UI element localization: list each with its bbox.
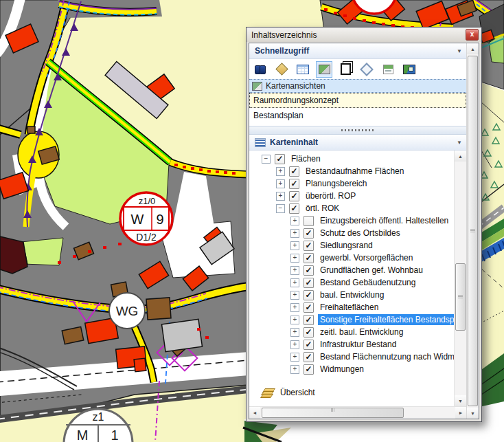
tree-scrollbar-track[interactable] [455, 162, 466, 395]
expander-icon[interactable]: + [290, 266, 299, 275]
expander-icon[interactable]: + [290, 217, 299, 225]
scrollbar-thumb[interactable] [455, 263, 466, 331]
layer-checkbox[interactable]: ✓ [303, 241, 314, 251]
tree-item[interactable]: +✓Siedlungsrand [249, 239, 454, 252]
layer-checkbox[interactable]: ✓ [303, 290, 314, 300]
panel-scrollbar[interactable]: ▲ ▼ [466, 43, 479, 419]
tree-item-label[interactable]: zeitl. baul. Entwicklung [318, 327, 405, 338]
expander-icon[interactable]: + [290, 328, 299, 337]
expander-icon[interactable]: + [290, 254, 299, 263]
map-view-item[interactable]: Raumordnungskonzept [249, 93, 466, 108]
tree-item[interactable]: +Einzugsbereich öffentl. Haltestellen [249, 214, 454, 227]
layer-checkbox[interactable]: ✓ [289, 166, 299, 177]
expander-icon[interactable]: + [290, 291, 299, 300]
find-binoculars-icon[interactable] [252, 61, 268, 78]
tree-item[interactable]: +✓gewerbl. Vorsorgeflächen [249, 252, 454, 264]
overview-item[interactable]: Übersicht [249, 386, 454, 399]
tree-item-label[interactable]: Freihalteflächen [318, 302, 380, 313]
layer-checkbox[interactable] [303, 216, 314, 226]
expander-icon[interactable]: + [290, 353, 299, 362]
tree-item-label[interactable]: Widmungen [318, 364, 366, 375]
tree-scrollbar[interactable]: ▲ ▼ [454, 151, 466, 406]
tree-item-label[interactable]: örtl. ROK [303, 203, 341, 214]
panel-scrollbar-track[interactable] [467, 54, 479, 408]
tree-item[interactable]: −✓Flächen [249, 153, 454, 165]
tree-item-label[interactable]: Schutz des Ortsbildes [318, 228, 402, 239]
tree-item[interactable]: +✓Sonstige Freihalteflächen Bestandspla [249, 313, 454, 326]
layer-checkbox[interactable]: ✓ [303, 265, 314, 276]
tree-item-label[interactable]: Siedlungsrand [318, 240, 375, 251]
expander-icon[interactable]: + [290, 340, 299, 349]
layer-checkbox[interactable]: ✓ [275, 154, 285, 164]
tree-item[interactable]: +✓überörtl. ROP [249, 190, 454, 202]
layer-checkbox[interactable]: ✓ [303, 315, 314, 325]
scroll-up-icon[interactable]: ▲ [467, 43, 479, 54]
layer-checkbox[interactable]: ✓ [303, 228, 314, 239]
tree-item[interactable]: +✓Infrastruktur Bestand [249, 338, 454, 351]
scroll-down-icon[interactable]: ▼ [455, 395, 466, 406]
scroll-up-icon[interactable]: ▲ [455, 151, 466, 162]
copy-page-icon[interactable] [337, 61, 354, 78]
map-window-icon[interactable] [401, 61, 417, 78]
polygon-icon[interactable] [358, 61, 375, 78]
expander-icon[interactable]: + [290, 303, 299, 312]
tree-item[interactable]: +✓Freihalteflächen [249, 301, 454, 313]
layer-checkbox[interactable]: ✓ [303, 327, 314, 338]
legend-icon[interactable] [380, 61, 396, 78]
horizontal-scrollbar[interactable]: ◄ ► [249, 406, 466, 419]
close-button[interactable]: x [466, 29, 479, 41]
expander-icon[interactable]: + [290, 278, 299, 287]
tree-item[interactable]: +✓Schutz des Ortsbildes [249, 227, 454, 239]
layer-checkbox[interactable]: ✓ [303, 352, 314, 362]
horizontal-scrollbar-track[interactable] [260, 407, 455, 419]
tree-item-label[interactable]: Bestandaufnahme Flächen [303, 166, 406, 177]
tree-item[interactable]: +✓Bestand Gebäudenutzung [249, 276, 454, 289]
tree-item[interactable]: +✓baul. Entwicklung [249, 289, 454, 301]
tree-item[interactable]: +✓Planungsbereich [249, 177, 454, 190]
layer-checkbox[interactable]: ✓ [303, 364, 314, 375]
section-header-schnellzugriff[interactable]: Schnellzugriff ▼ [249, 43, 466, 59]
tree-item-label[interactable]: gewerbl. Vorsorgeflächen [318, 252, 415, 263]
chevron-down-icon[interactable]: ▼ [457, 140, 462, 146]
tree-item-label[interactable]: Grundflächen gef. Wohnbau [318, 265, 425, 276]
tree-item-label[interactable]: Bestand Flächennutzung nach Widmu [318, 351, 454, 362]
tree-item[interactable]: +✓Bestandaufnahme Flächen [249, 165, 454, 177]
tree-item[interactable]: −✓örtl. ROK [249, 202, 454, 214]
layer-checkbox[interactable]: ✓ [289, 191, 299, 201]
expander-icon[interactable]: + [276, 179, 285, 188]
expander-icon[interactable]: + [276, 192, 285, 201]
scroll-down-icon[interactable]: ▼ [467, 408, 479, 419]
tree-item[interactable]: +✓Bestand Flächennutzung nach Widmu [249, 351, 454, 363]
table-icon[interactable] [295, 61, 311, 78]
tree-item-label[interactable]: Einzugsbereich öffentl. Haltestellen [318, 215, 450, 226]
map-views-icon[interactable] [316, 61, 332, 78]
chevron-down-icon[interactable]: ▼ [457, 48, 462, 54]
tree-item-label[interactable]: Flächen [289, 153, 323, 164]
layer-checkbox[interactable]: ✓ [303, 302, 314, 313]
tree-item-label[interactable]: Bestand Gebäudenutzung [318, 277, 417, 288]
layer-checkbox[interactable]: ✓ [303, 340, 314, 350]
scroll-right-icon[interactable]: ► [455, 407, 466, 419]
layer-checkbox[interactable]: ✓ [303, 253, 314, 263]
section-header-karteninhalt[interactable]: Karteninhalt ▼ [249, 135, 466, 151]
splitter-handle[interactable] [249, 126, 466, 135]
layer-checkbox[interactable]: ✓ [289, 203, 299, 214]
expander-icon[interactable]: + [290, 229, 299, 238]
tree-item-label[interactable]: baul. Entwicklung [318, 289, 386, 300]
expander-icon[interactable]: + [290, 365, 299, 374]
map-view-item[interactable]: Bestandsplan [249, 108, 466, 123]
scrollbar-thumb[interactable] [468, 56, 478, 406]
expander-icon[interactable]: + [290, 241, 299, 250]
tree-item[interactable]: +✓Widmungen [249, 363, 454, 375]
layer-checkbox[interactable]: ✓ [303, 278, 314, 288]
tree-item-label[interactable]: Infrastruktur Bestand [318, 339, 398, 350]
diamond-icon[interactable] [273, 61, 290, 78]
map-views-header[interactable]: Kartenansichten [249, 79, 466, 93]
tree-item-label[interactable]: überörtl. ROP [303, 190, 358, 201]
scroll-left-icon[interactable]: ◄ [249, 407, 260, 419]
expander-icon[interactable]: + [276, 167, 285, 176]
panel-titlebar[interactable]: Inhaltsverzeichnis x [247, 27, 481, 42]
scrollbar-thumb[interactable] [262, 408, 404, 418]
tree-item-label[interactable]: Sonstige Freihalteflächen Bestandspla [318, 314, 454, 325]
tree-item-label[interactable]: Planungsbereich [303, 178, 369, 189]
